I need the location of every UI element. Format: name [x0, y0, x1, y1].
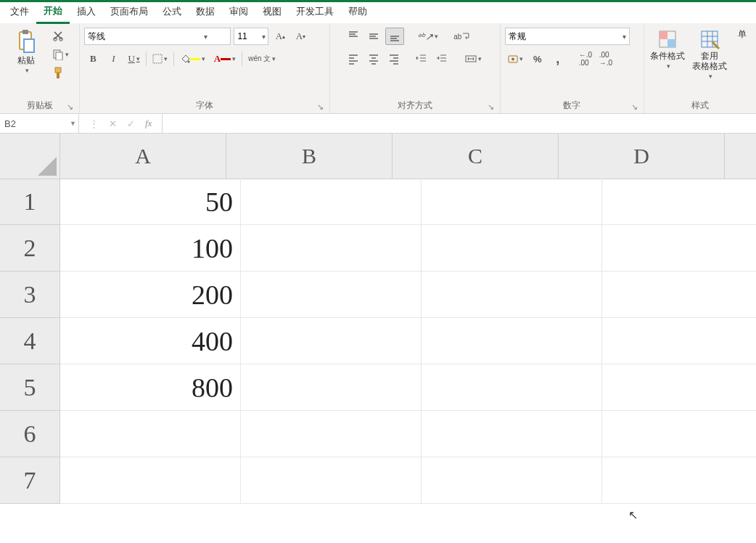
- comma-button[interactable]: ,: [549, 51, 567, 67]
- dialog-launcher-icon[interactable]: ↘: [488, 102, 494, 112]
- cell-A3[interactable]: 200: [60, 272, 241, 318]
- cell-A6[interactable]: [60, 411, 241, 457]
- extra-button[interactable]: 单: [733, 28, 752, 41]
- col-header-C[interactable]: C: [393, 134, 559, 179]
- italic-button[interactable]: I: [104, 51, 122, 67]
- menu-view[interactable]: 视图: [255, 2, 289, 23]
- cell-C3[interactable]: [422, 272, 602, 318]
- cell-A5[interactable]: 800: [60, 364, 241, 411]
- formula-input[interactable]: [163, 114, 756, 133]
- currency-button[interactable]: ▾: [505, 51, 526, 67]
- row-header-7[interactable]: 7: [0, 457, 60, 504]
- cell-C4[interactable]: [422, 318, 602, 364]
- menu-insert[interactable]: 插入: [70, 2, 103, 23]
- cancel-icon[interactable]: ✕: [109, 118, 117, 129]
- align-left-button[interactable]: [345, 51, 362, 67]
- decrease-decimal-button[interactable]: .00→.0: [597, 51, 615, 67]
- conditional-format-button[interactable]: 条件格式▾: [649, 28, 686, 71]
- cell-C6[interactable]: [422, 411, 602, 457]
- menu-review[interactable]: 审阅: [222, 2, 255, 23]
- menu-file[interactable]: 文件: [3, 2, 36, 23]
- align-middle-button[interactable]: [365, 28, 382, 44]
- font-size-combo[interactable]: ▾: [234, 28, 268, 45]
- cell-C1[interactable]: [422, 179, 602, 225]
- phonetic-button[interactable]: wén 文▾: [245, 51, 279, 67]
- row-header-3[interactable]: 3: [0, 272, 60, 318]
- cell-B2[interactable]: [241, 225, 422, 272]
- align-top-button[interactable]: [345, 28, 362, 44]
- decrease-indent-button[interactable]: [413, 51, 430, 67]
- number-format-combo[interactable]: ▾: [505, 28, 630, 45]
- cell-B4[interactable]: [241, 318, 422, 364]
- menu-devtools[interactable]: 开发工具: [289, 2, 341, 23]
- increase-decimal-button[interactable]: ←.0.00: [577, 51, 594, 67]
- percent-button[interactable]: %: [529, 51, 546, 67]
- paste-button[interactable]: 粘贴 ▾: [7, 28, 45, 75]
- menu-formula[interactable]: 公式: [155, 2, 189, 23]
- cell-D7[interactable]: [602, 457, 756, 504]
- increase-indent-button[interactable]: [433, 51, 451, 67]
- font-size-input[interactable]: [234, 31, 259, 41]
- chevron-down-icon[interactable]: ▾: [620, 33, 629, 41]
- col-header-extra[interactable]: [725, 134, 756, 179]
- merge-button[interactable]: ▾: [462, 51, 485, 67]
- font-name-input[interactable]: [85, 31, 200, 41]
- col-header-D[interactable]: D: [559, 134, 725, 179]
- col-header-B[interactable]: B: [226, 134, 393, 179]
- cell-D5[interactable]: [602, 364, 756, 411]
- orientation-button[interactable]: ᵃᵇ↗▾: [414, 28, 441, 44]
- font-color-button[interactable]: A ▾: [211, 51, 239, 67]
- decrease-font-button[interactable]: A▾: [292, 28, 309, 44]
- cell-C5[interactable]: [422, 364, 602, 411]
- row-header-6[interactable]: 6: [0, 411, 60, 457]
- cell-B1[interactable]: [241, 179, 422, 225]
- align-center-button[interactable]: [365, 51, 382, 67]
- name-box[interactable]: ▼: [0, 114, 79, 133]
- select-all-corner[interactable]: [0, 134, 60, 179]
- align-right-button[interactable]: [385, 51, 403, 67]
- font-name-combo[interactable]: ▾: [84, 28, 231, 45]
- chevron-down-icon[interactable]: ▾: [200, 33, 211, 41]
- fx-icon[interactable]: fx: [145, 118, 152, 129]
- row-header-5[interactable]: 5: [0, 364, 60, 411]
- increase-font-button[interactable]: A▴: [271, 28, 289, 44]
- cell-A1[interactable]: 50: [60, 179, 241, 225]
- bold-button[interactable]: B: [84, 51, 102, 67]
- row-header-2[interactable]: 2: [0, 225, 60, 272]
- number-format-input[interactable]: [506, 31, 620, 41]
- cell-D6[interactable]: [602, 411, 756, 457]
- dialog-launcher-icon[interactable]: ↘: [67, 102, 73, 112]
- menu-home[interactable]: 开始: [36, 1, 70, 24]
- row-header-1[interactable]: 1: [0, 179, 60, 225]
- menu-help[interactable]: 帮助: [341, 2, 374, 23]
- cut-button[interactable]: [49, 28, 67, 44]
- align-bottom-button[interactable]: [385, 28, 404, 45]
- chevron-down-icon[interactable]: ▾: [259, 33, 268, 41]
- name-box-input[interactable]: [0, 118, 70, 129]
- cell-B7[interactable]: [241, 457, 422, 504]
- fill-color-button[interactable]: ▾: [177, 51, 208, 67]
- underline-button[interactable]: U▾: [125, 51, 142, 67]
- format-painter-button[interactable]: [49, 65, 67, 81]
- dialog-launcher-icon[interactable]: ↘: [631, 102, 638, 112]
- cell-B5[interactable]: [241, 364, 422, 411]
- copy-button[interactable]: ▾: [49, 46, 72, 62]
- cell-A2[interactable]: 100: [60, 225, 241, 272]
- border-button[interactable]: ▾: [149, 51, 170, 67]
- row-header-4[interactable]: 4: [0, 318, 60, 364]
- cell-D4[interactable]: [602, 318, 756, 364]
- menu-layout[interactable]: 页面布局: [103, 2, 155, 23]
- cell-B6[interactable]: [241, 411, 422, 457]
- cell-C7[interactable]: [422, 457, 602, 504]
- cell-D1[interactable]: [602, 179, 756, 225]
- cell-A7[interactable]: [60, 457, 241, 504]
- dialog-launcher-icon[interactable]: ↘: [317, 102, 324, 112]
- menu-data[interactable]: 数据: [189, 2, 222, 23]
- cell-D2[interactable]: [602, 225, 756, 272]
- table-format-button[interactable]: 套用 表格格式▾: [691, 28, 728, 81]
- cell-C2[interactable]: [422, 225, 602, 272]
- cell-D3[interactable]: [602, 272, 756, 318]
- cell-A4[interactable]: 400: [60, 318, 241, 364]
- wrap-text-button[interactable]: ab: [453, 28, 470, 44]
- cell-B3[interactable]: [241, 272, 422, 318]
